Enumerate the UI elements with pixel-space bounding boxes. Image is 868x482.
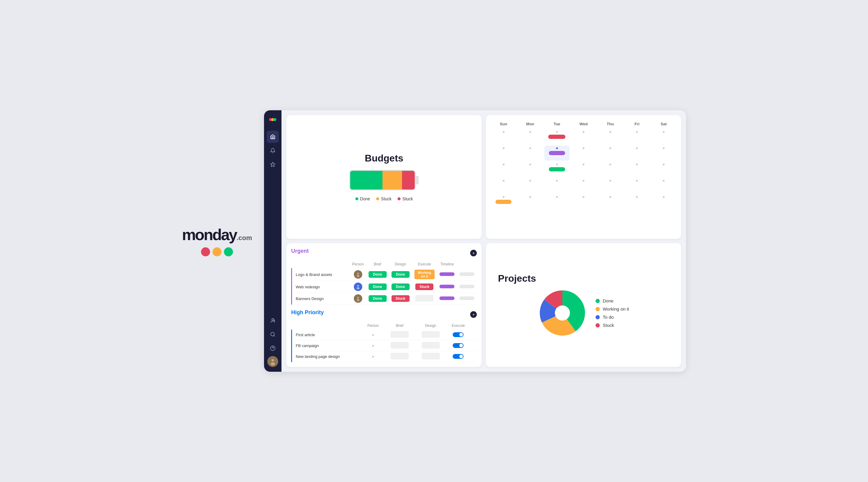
task-dots-web — [457, 281, 477, 293]
legend-row-working: Working on it — [595, 307, 629, 312]
empty-design-article — [422, 331, 440, 338]
avatar-web — [354, 283, 362, 291]
empty-design-fb — [422, 342, 440, 349]
hp-col-design: Design — [415, 322, 446, 329]
task-name-banners: Banners Design — [292, 293, 350, 304]
svg-point-12 — [272, 359, 274, 361]
cal-cell-r3c1 — [518, 162, 543, 177]
cal-cell-r3c3 — [571, 162, 596, 177]
badge-execute-working-logo: Working on it — [414, 269, 435, 279]
sidebar-item-home[interactable] — [267, 131, 279, 143]
timeline-bar-logo — [439, 272, 455, 276]
avatar-logo — [354, 270, 362, 279]
toggle-article[interactable] — [453, 332, 464, 337]
cal-header-wed: Wed — [571, 120, 596, 128]
projects-card: Projects — [486, 243, 681, 367]
cal-cell-r2c6 — [651, 146, 677, 161]
cal-cell-r2c0 — [491, 146, 516, 161]
legend-dot-orange — [376, 197, 379, 200]
legend-color-done — [595, 299, 600, 303]
projects-title: Projects — [498, 273, 536, 284]
brand-tld: .com — [237, 234, 252, 242]
svg-point-7 — [271, 332, 275, 336]
sidebar — [264, 110, 281, 372]
budget-bar-orange — [382, 171, 402, 190]
task-person-fb — [362, 341, 384, 351]
cal-bar-green — [549, 167, 565, 171]
badge-design-stuck-banners: Stuck — [392, 295, 410, 302]
sidebar-item-search[interactable] — [267, 328, 279, 341]
cal-header-tue: Tue — [544, 120, 570, 128]
task-design-fb — [415, 341, 446, 351]
cal-cell-r1c2 — [544, 129, 570, 144]
task-name-fb: FB campaign — [292, 341, 362, 351]
cal-cell-r3c2 — [544, 162, 570, 177]
timeline-empty-logo — [459, 272, 474, 276]
legend-color-stuck — [595, 323, 600, 327]
task-dots-logo — [457, 268, 477, 281]
cal-cell-r1c4 — [598, 129, 623, 144]
cal-cell-r4c0 — [491, 178, 516, 193]
cal-cell-r5c0 — [491, 194, 516, 210]
badge-design-done-web: Done — [392, 284, 410, 290]
urgent-table: Person Brief Design Execute Timeline Log… — [291, 260, 477, 304]
toggle-fb[interactable] — [453, 343, 464, 348]
task-execute-logo: Working on it — [412, 268, 437, 281]
task-dots-banners — [457, 293, 477, 304]
task-brief-fb — [384, 341, 415, 351]
sidebar-item-help[interactable] — [267, 342, 279, 354]
sidebar-item-invite[interactable] — [267, 315, 279, 327]
cal-bar-orange — [495, 200, 512, 204]
task-person-logo — [350, 268, 366, 281]
svg-point-2 — [273, 118, 276, 121]
hp-col-brief: Brief — [384, 322, 415, 329]
timeline-empty-banners — [459, 296, 474, 300]
logo-dot-orange — [213, 247, 221, 256]
calendar-card: Sun Mon Tue Wed Thu Fri Sat — [486, 115, 681, 239]
task-execute-landing — [446, 351, 470, 362]
pie-chart — [538, 289, 587, 337]
high-priority-add-button[interactable]: + — [470, 311, 477, 318]
calendar-grid: Sun Mon Tue Wed Thu Fri Sat — [491, 120, 676, 210]
legend-done: Done — [355, 196, 370, 201]
timeline-bar-web — [439, 285, 455, 288]
col-execute: Execute — [412, 260, 437, 268]
col-design: Design — [389, 260, 412, 268]
svg-point-4 — [272, 318, 274, 320]
svg-point-19 — [356, 299, 360, 301]
task-execute-banners — [412, 293, 437, 304]
sidebar-item-favorites[interactable] — [267, 158, 279, 170]
toggle-thumb-article — [459, 333, 463, 336]
legend-color-todo — [595, 315, 600, 319]
task-row-landing: New landing page design — [292, 351, 477, 362]
brand-name: monday — [182, 226, 237, 244]
task-design-web: Done — [389, 281, 412, 293]
legend-label-working: Working on it — [603, 307, 629, 312]
cal-cell-r4c4 — [598, 178, 623, 193]
col-timeline: Timeline — [437, 260, 457, 268]
user-avatar[interactable] — [267, 356, 278, 367]
task-row-article: First article — [292, 329, 477, 341]
budget-bar — [349, 170, 415, 190]
cal-header-mon: Mon — [518, 120, 543, 128]
hp-col-execute: Execute — [446, 322, 470, 329]
cal-header-sun: Sun — [491, 120, 516, 128]
col-person: Person — [350, 260, 366, 268]
task-brief-web: Done — [366, 281, 389, 293]
main-content: Budgets Done Stuck — [281, 110, 686, 372]
task-row-banners: Banners Design Done Stuck — [292, 293, 477, 304]
col-brief: Brief — [366, 260, 389, 268]
badge-design-done-logo: Done — [392, 271, 410, 278]
task-brief-banners: Done — [366, 293, 389, 304]
sidebar-item-notifications[interactable] — [267, 144, 279, 157]
logo-dot-green — [224, 247, 233, 256]
cal-bar-red — [548, 135, 565, 139]
cal-cell-r1c3 — [571, 129, 596, 144]
legend-row-todo: To do — [595, 315, 629, 320]
urgent-add-button[interactable]: + — [470, 250, 477, 256]
svg-point-16 — [357, 285, 359, 287]
cal-cell-r5c4 — [598, 194, 623, 210]
toggle-landing[interactable] — [453, 354, 464, 359]
pie-slice-stuck — [547, 298, 578, 328]
cal-cell-r5c2 — [544, 194, 570, 210]
